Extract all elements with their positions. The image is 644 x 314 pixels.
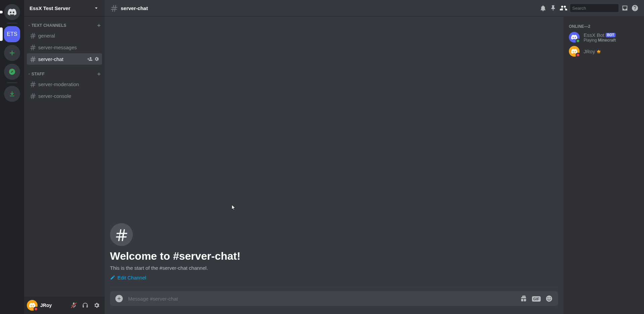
attach-button[interactable] — [115, 295, 123, 302]
category-label: TEXT CHANNELS — [32, 23, 66, 28]
channel-server-moderation[interactable]: server-moderation — [27, 78, 102, 90]
category-text-channels[interactable]: TEXT CHANNELS — [24, 21, 105, 29]
chevron-down-icon — [28, 72, 31, 76]
server-name: EssX Test Server — [30, 5, 70, 11]
channel-name: server-console — [38, 93, 99, 99]
emoji-icon — [545, 295, 553, 302]
bot-tag: BOT — [606, 33, 615, 37]
edit-channel-label: Edit Channel — [117, 275, 146, 280]
plus-icon — [96, 22, 102, 28]
inbox-button[interactable] — [621, 4, 629, 12]
member-activity: Playing Minecraft — [584, 38, 616, 43]
bell-icon — [539, 4, 547, 12]
welcome-subtitle: This is the start of the #server-chat ch… — [110, 265, 558, 271]
channel-sidebar: EssX Test Server TEXT CHANNELS general s… — [24, 0, 105, 314]
server-pill-active — [0, 27, 3, 41]
crown-icon — [596, 49, 601, 54]
server-list: ETS — [0, 0, 24, 314]
user-footer: JRoy — [24, 297, 105, 314]
mute-mic-button[interactable] — [68, 300, 79, 311]
pin-icon — [549, 4, 557, 12]
channel-name: server-chat — [38, 56, 85, 62]
hash-icon — [30, 92, 36, 99]
hash-icon — [30, 44, 36, 51]
chat-column: Welcome to #server-chat! This is the sta… — [105, 16, 564, 314]
channel-server-messages[interactable]: server-messages — [27, 42, 102, 53]
self-username: JRoy — [40, 303, 68, 308]
download-apps-button[interactable] — [4, 86, 20, 102]
add-channel-button[interactable] — [96, 71, 102, 77]
deafen-button[interactable] — [80, 300, 91, 311]
pinned-button[interactable] — [549, 4, 557, 12]
pencil-icon — [110, 275, 115, 280]
server-header[interactable]: EssX Test Server — [24, 0, 105, 16]
plus-icon — [8, 49, 16, 57]
channel-title: server-chat — [121, 5, 148, 11]
search-box[interactable] — [570, 4, 619, 12]
welcome-block: Welcome to #server-chat! This is the sta… — [110, 223, 558, 288]
hash-icon — [30, 32, 36, 39]
channel-server-chat[interactable]: server-chat — [27, 53, 102, 65]
headphones-icon — [82, 302, 89, 309]
member-list-toggle[interactable] — [559, 4, 568, 12]
member-jroy[interactable]: JRoy — [566, 44, 641, 58]
server-icon-ets[interactable]: ETS — [4, 26, 20, 42]
welcome-title: Welcome to #server-chat! — [110, 250, 558, 262]
invite-icon[interactable] — [87, 56, 93, 62]
hash-icon — [110, 4, 118, 12]
gift-icon — [520, 295, 527, 302]
help-button[interactable] — [631, 4, 639, 12]
notifications-button[interactable] — [539, 4, 547, 12]
server-separator — [7, 23, 17, 23]
welcome-hash-icon — [110, 223, 133, 246]
category-staff[interactable]: STAFF — [24, 70, 105, 78]
member-essx-bot[interactable]: EssX Bot BOT Playing Minecraft — [566, 30, 641, 44]
gear-icon — [93, 302, 100, 309]
status-indicator — [576, 53, 580, 57]
server-abbr: ETS — [7, 31, 17, 37]
gif-label: GIF — [532, 296, 541, 302]
category-label: STAFF — [32, 72, 45, 76]
compass-icon — [8, 68, 16, 75]
user-settings-button[interactable] — [91, 300, 102, 311]
inbox-icon — [621, 4, 629, 12]
status-indicator — [34, 307, 38, 311]
home-button[interactable] — [4, 4, 20, 20]
channel-name: server-moderation — [38, 81, 99, 87]
message-input[interactable] — [128, 296, 515, 302]
help-icon — [631, 4, 639, 12]
member-list: ONLINE—2 EssX Bot BOT Playing Minecraft — [564, 16, 644, 314]
chevron-down-icon — [28, 24, 31, 27]
self-avatar[interactable] — [27, 300, 38, 311]
discord-logo-icon — [7, 9, 17, 15]
chevron-down-icon — [93, 5, 99, 11]
gear-icon[interactable] — [94, 56, 99, 62]
channel-name: general — [38, 33, 99, 39]
explore-button[interactable] — [4, 64, 20, 80]
channel-name: server-messages — [38, 45, 99, 50]
channel-general[interactable]: general — [27, 30, 102, 41]
message-list[interactable]: Welcome to #server-chat! This is the sta… — [105, 16, 564, 291]
gift-button[interactable] — [520, 295, 527, 302]
plus-icon — [116, 296, 122, 301]
add-server-button[interactable] — [4, 45, 20, 61]
server-pill — [0, 11, 3, 13]
add-channel-button[interactable] — [96, 22, 102, 28]
emoji-button[interactable] — [545, 295, 553, 302]
message-composer: GIF — [110, 291, 558, 306]
channel-server-console[interactable]: server-console — [27, 90, 102, 102]
channel-scroll[interactable]: TEXT CHANNELS general server-messages se… — [24, 16, 105, 297]
hash-icon — [30, 81, 36, 87]
main-area: server-chat W — [105, 0, 644, 314]
member-name: JRoy — [584, 49, 595, 54]
gif-button[interactable]: GIF — [532, 296, 541, 302]
download-icon — [8, 90, 16, 98]
edit-channel-link[interactable]: Edit Channel — [110, 275, 146, 280]
status-indicator — [576, 39, 580, 43]
member-name: EssX Bot — [584, 32, 604, 38]
member-category-online: ONLINE—2 — [566, 21, 641, 30]
people-icon — [559, 4, 568, 12]
server-separator — [7, 82, 17, 83]
search-input[interactable] — [572, 6, 629, 11]
hash-icon — [30, 56, 36, 62]
